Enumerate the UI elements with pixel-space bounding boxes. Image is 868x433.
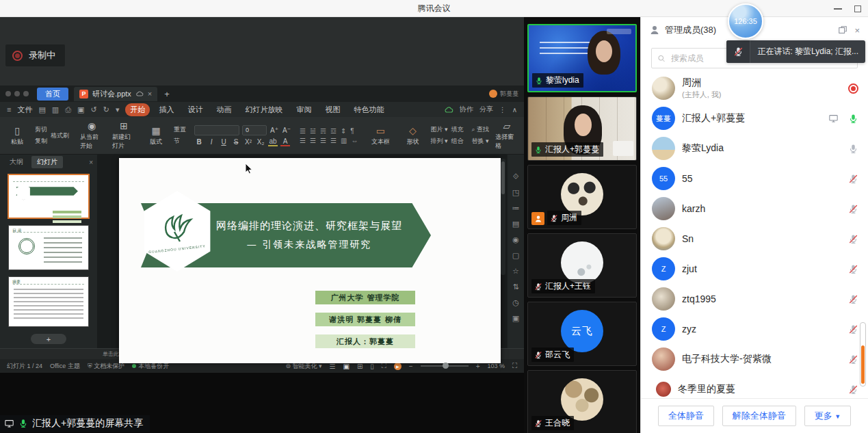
video-thumbnail[interactable]: 汇报人+王钰 (527, 233, 637, 298)
wps-home-tab[interactable]: 首页 (37, 88, 68, 101)
line-spacing-icon[interactable]: ⇕ (341, 127, 346, 135)
indent-decrease-icon[interactable]: ☴ (320, 127, 326, 135)
mic-icon[interactable] (848, 234, 858, 244)
replace-button[interactable]: 替换 ▾ (471, 137, 489, 146)
mic-icon[interactable] (848, 354, 858, 365)
mic-icon[interactable] (848, 114, 858, 124)
member-row[interactable]: 55 55 (641, 163, 868, 194)
slide-thumbnail[interactable]: 目 录 (8, 225, 89, 270)
bullets-icon[interactable]: ☰ (300, 127, 306, 135)
align-left-icon[interactable]: ☰ (300, 137, 306, 144)
collab-button[interactable]: 协作 (460, 105, 473, 114)
cut-button[interactable]: 剪切 (35, 125, 47, 134)
ribbon-tab[interactable]: 审阅 (291, 103, 316, 116)
numbering-icon[interactable]: ☱ (310, 127, 316, 135)
video-thumbnail[interactable]: 云飞 邵云飞 (527, 302, 637, 366)
section-button[interactable]: 节 (174, 137, 186, 146)
add-slide-button[interactable]: + (31, 334, 66, 344)
paste-button[interactable]: ▯粘贴 (3, 118, 31, 153)
member-row[interactable]: ztq1995 (641, 284, 868, 314)
member-row[interactable]: 黎萤Lydia (641, 133, 868, 163)
group-button[interactable]: 组合 (451, 137, 463, 146)
reset-button[interactable]: 重置 (174, 125, 186, 134)
picture-button[interactable]: 图片 ▾ (430, 125, 447, 134)
shrink-font-icon[interactable]: A⁻ (282, 127, 291, 134)
maximize-button[interactable] (854, 5, 861, 12)
notes-view-icon[interactable]: ☰ (329, 363, 335, 370)
reading-view-icon[interactable]: ▯ (370, 363, 374, 370)
close-tab-icon[interactable]: × (148, 90, 152, 98)
new-slide-button[interactable]: ⊞新建幻灯片 (109, 118, 138, 153)
subscript-button[interactable]: X₂ (256, 138, 265, 146)
superscript-button[interactable]: X² (244, 138, 253, 146)
save-as-icon[interactable]: ▥ (52, 105, 59, 114)
strike-button[interactable]: S (231, 138, 241, 146)
cloud-status-icon[interactable] (444, 106, 453, 114)
shape-button[interactable]: ◇形状 (398, 118, 427, 153)
ribbon-tab[interactable]: 特色功能 (349, 103, 389, 116)
member-list-scrollbar[interactable] (860, 322, 866, 386)
shape-pane-icon[interactable]: ▢ (512, 251, 519, 260)
member-row[interactable]: 蔓蔓 汇报人+郭蔓蔓 (641, 103, 868, 133)
share-button[interactable]: 分享 (479, 105, 493, 114)
align-center-icon[interactable]: ☰ (310, 137, 316, 144)
member-row[interactable]: karzh (641, 194, 868, 224)
mute-all-button[interactable]: 全体静音 (658, 406, 714, 426)
meeting-timer-bubble[interactable]: 126:35 (728, 3, 763, 39)
columns-icon[interactable]: ▥ (341, 137, 347, 144)
font-color-button[interactable]: A (280, 137, 290, 146)
mic-icon[interactable] (848, 144, 858, 154)
zoom-in-icon[interactable]: + (476, 363, 480, 370)
close-panel-icon[interactable]: × (854, 25, 860, 36)
mic-icon[interactable] (848, 204, 858, 214)
highlight-color-button[interactable]: ab (268, 137, 278, 146)
mic-icon[interactable] (848, 174, 858, 184)
mic-icon[interactable] (848, 324, 858, 334)
hamburger-icon[interactable]: ≡ (7, 105, 11, 114)
zoom-out-icon[interactable]: − (409, 363, 413, 370)
ribbon-tab[interactable]: 插入 (154, 103, 179, 116)
align-right-icon[interactable]: ☰ (320, 137, 326, 144)
font-size-input[interactable]: 0 (242, 125, 267, 135)
textbox-button[interactable]: ▭文本框 (366, 118, 395, 153)
undo-panel-icon[interactable]: ⟐ (513, 172, 519, 181)
indent-increase-icon[interactable]: ☲ (330, 127, 337, 135)
mic-icon[interactable] (848, 264, 858, 274)
slide[interactable]: 网络编排的理论演进、研究框架与展望 — 引领未来战略管理研究 GUANGZHOU… (119, 158, 501, 363)
file-menu[interactable]: 文件 (17, 105, 32, 115)
normal-view-icon[interactable]: ▣ (343, 363, 349, 370)
star-pane-icon[interactable]: ☆ (512, 267, 519, 276)
video-thumbnail[interactable]: 黎萤lydia (527, 24, 637, 92)
unmute-all-button[interactable]: 解除全体静音 (722, 406, 796, 426)
video-thumbnail[interactable]: 汇报人+郭蔓蔓 (527, 96, 637, 161)
animation-pane-icon[interactable]: ◳ (512, 188, 519, 197)
swap-pane-icon[interactable]: ⇅ (512, 283, 518, 291)
wps-account[interactable]: 郭蔓蔓 (489, 90, 518, 99)
more-button[interactable]: 更多 ▼ (804, 406, 852, 426)
video-thumbnail[interactable]: 周洲 (527, 165, 637, 229)
font-name-input[interactable] (194, 125, 239, 135)
play-slideshow-icon[interactable]: ▶ (394, 363, 402, 370)
sorter-view-icon[interactable]: ⊞ (357, 363, 363, 370)
print-icon[interactable]: ⎙ (65, 105, 71, 114)
ribbon-tab[interactable]: 动画 (211, 103, 236, 116)
member-row[interactable]: 电子科技大学-贺紫微 (641, 344, 868, 374)
slide-thumbnail[interactable] (8, 174, 90, 219)
minimize-button[interactable] (834, 8, 842, 10)
ribbon-tab[interactable]: 设计 (183, 103, 207, 116)
undo-icon[interactable]: ↺ (90, 105, 96, 114)
bold-button[interactable]: B (194, 138, 204, 146)
selection-pane-button[interactable]: ▱选择窗格 (492, 118, 521, 153)
ribbon-tab[interactable]: 开始 (125, 103, 150, 116)
chart-pane-icon[interactable]: ▤ (512, 220, 519, 228)
layout-button[interactable]: ▦版式 (142, 118, 170, 153)
help-pane-icon[interactable]: ◉ (512, 235, 519, 244)
member-row[interactable]: 周洲 (主持人, 我) (641, 73, 868, 103)
image-pane-icon[interactable]: ▣ (512, 314, 519, 323)
tab-outline[interactable]: 大纲 (4, 156, 29, 168)
ribbon-tab[interactable]: 视图 (320, 103, 345, 116)
underline-button[interactable]: U (219, 138, 228, 146)
popout-panel-icon[interactable] (838, 25, 847, 35)
find-button[interactable]: ⌕ 查找 (471, 125, 489, 134)
play-from-current-button[interactable]: ◉从当前开始 (77, 118, 106, 153)
